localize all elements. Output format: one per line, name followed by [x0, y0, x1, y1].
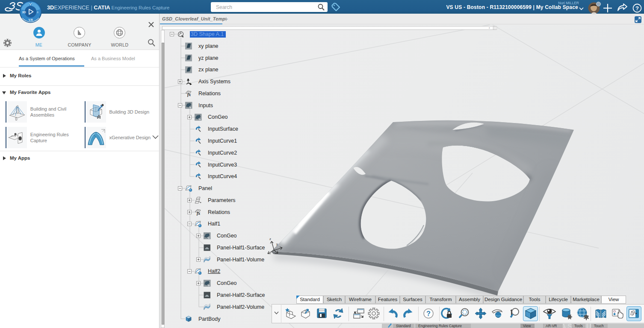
svg-text:fx: fx	[187, 92, 191, 97]
svg-text:V.R: V.R	[28, 18, 33, 21]
svg-text:3D: 3D	[22, 11, 26, 14]
svg-text:?: ?	[426, 310, 431, 317]
svg-text:?: ?	[635, 5, 639, 12]
svg-text:n: n	[37, 10, 38, 14]
svg-text:fx: fx	[197, 211, 200, 216]
